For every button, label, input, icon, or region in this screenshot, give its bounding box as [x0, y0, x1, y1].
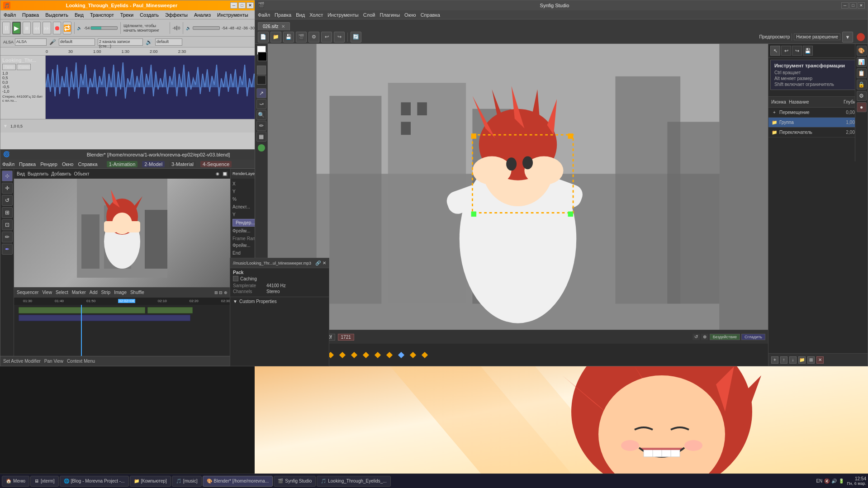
bl-layout-2[interactable]: 2-Model: [142, 161, 165, 167]
layer-del-btn[interactable]: ✕: [816, 356, 824, 364]
layer-item-group[interactable]: 📁 Группа 1,000000: [768, 118, 868, 128]
syn-r1[interactable]: 🎨: [857, 46, 867, 56]
stop-button[interactable]: ■: [23, 22, 31, 34]
menu-analyze[interactable]: Анализ: [193, 12, 212, 18]
blender-3d-viewport[interactable]: [14, 169, 230, 287]
taskbar-xterm[interactable]: 🖥 [xterm]: [30, 476, 59, 487]
syn-zoom[interactable]: 🔍: [256, 110, 266, 120]
menu-file[interactable]: Файл: [2, 12, 17, 18]
volume-slider-2[interactable]: [193, 26, 220, 30]
taskbar-blog[interactable]: 🌐 [Blog - Morevna Project -...: [60, 476, 129, 487]
caching-checkbox[interactable]: [233, 276, 238, 281]
close-button[interactable]: ✕: [247, 2, 254, 9]
seq-add[interactable]: Add: [90, 290, 98, 295]
syn-new[interactable]: 📄: [258, 32, 269, 43]
bl-scale-tool[interactable]: ⊞: [2, 207, 13, 218]
right-redo-tool[interactable]: ↪: [792, 46, 802, 56]
bl-menu-render[interactable]: Рендер: [40, 161, 57, 167]
syn-settings[interactable]: ⚙: [308, 32, 319, 43]
tab-close[interactable]: ✕: [281, 24, 285, 29]
bl-menu-help[interactable]: Справка: [78, 161, 97, 167]
pan-view-label[interactable]: Pan View: [44, 359, 63, 364]
seq-strips[interactable]: [14, 305, 230, 356]
bl-pencil-tool[interactable]: ✒: [2, 244, 13, 255]
layer-up-btn[interactable]: ↑: [780, 356, 787, 364]
volume-slider[interactable]: [90, 26, 118, 30]
syn-r5[interactable]: ⚙: [857, 91, 867, 101]
play-button[interactable]: ▶: [12, 22, 21, 34]
syn-undo[interactable]: ↩: [321, 32, 332, 43]
color-dark[interactable]: [257, 76, 266, 85]
loop-button[interactable]: 🔁: [63, 22, 71, 34]
color-outline[interactable]: [257, 66, 266, 75]
syn-pen[interactable]: ✏: [256, 121, 266, 131]
skip-start-button[interactable]: ⏮: [33, 22, 41, 34]
viewport-menu-add[interactable]: Добавить: [51, 171, 71, 176]
layer-add-btn[interactable]: +: [771, 356, 778, 364]
seq-strip-audio[interactable]: [19, 315, 190, 321]
bl-layout-3[interactable]: 3-Material: [169, 161, 196, 167]
current-frame[interactable]: 1721: [338, 334, 354, 341]
taskbar-computer[interactable]: 📁 [Компьютер]: [130, 476, 171, 487]
syn-save[interactable]: 💾: [283, 32, 294, 43]
syn-transform[interactable]: ↗: [256, 88, 266, 98]
syn-menu-layer[interactable]: Слой: [363, 12, 375, 18]
layer-dup-btn[interactable]: ⊞: [807, 356, 815, 364]
bl-menu-file[interactable]: Файл: [2, 161, 14, 167]
set-modifier-label[interactable]: Set Active Modifier: [3, 359, 41, 364]
synfig-tab-026[interactable]: 026.sifz ✕: [258, 22, 290, 30]
right-cursor-tool[interactable]: ↖: [770, 46, 780, 56]
smooth-label[interactable]: Сгладить: [741, 334, 765, 340]
pack-close-icon[interactable]: ✕: [323, 261, 326, 265]
bl-annotate-tool[interactable]: ✏: [2, 232, 13, 242]
viewport-shade[interactable]: 🔲: [222, 171, 228, 176]
bl-layout-1[interactable]: 1-Animation: [107, 161, 138, 167]
menu-transport[interactable]: Транспорт: [89, 12, 115, 18]
preview-label[interactable]: Предпросмотр: [759, 34, 790, 39]
quality-select[interactable]: Низкое разрешение: [794, 33, 840, 40]
viewport-menu-view[interactable]: Вид: [17, 171, 25, 176]
viewport-menu-select[interactable]: Выделить: [28, 171, 48, 176]
syn-minimize[interactable]: ─: [841, 2, 849, 9]
syn-menu-plugins[interactable]: Плагины: [380, 12, 400, 18]
syn-menu-help[interactable]: Справка: [421, 12, 440, 18]
render-btn[interactable]: ⊕: [701, 334, 708, 340]
bl-rotate-tool[interactable]: ↺: [2, 195, 13, 206]
seq-shuffle[interactable]: Shuffle: [130, 290, 144, 295]
taskbar-music[interactable]: 🎵 [music]: [172, 476, 202, 487]
menu-view[interactable]: Вид: [73, 12, 85, 18]
menu-edit[interactable]: Правка: [21, 12, 40, 18]
synfig-canvas[interactable]: 1,00000р: [268, 44, 768, 330]
syn-quality-menu[interactable]: ▼: [842, 32, 853, 43]
alsa-select[interactable]: ALSA: [15, 38, 47, 46]
pause-button[interactable]: ⏸: [2, 22, 10, 34]
seq-view[interactable]: View: [42, 290, 52, 295]
color-bg[interactable]: [258, 52, 267, 61]
mute-button[interactable]: Тихо: [2, 64, 16, 70]
track-waveform[interactable]: [46, 56, 256, 119]
menu-effects[interactable]: Эффекты: [164, 12, 189, 18]
seq-strip[interactable]: Strip: [101, 290, 111, 295]
syn-close[interactable]: ✕: [858, 2, 865, 9]
syn-menu-canvas[interactable]: Холст: [309, 12, 323, 18]
minimize-button[interactable]: ─: [230, 2, 237, 9]
bl-move-tool[interactable]: ✛: [2, 183, 13, 194]
syn-menu-view[interactable]: Вид: [296, 12, 305, 18]
syn-r2[interactable]: 📊: [857, 57, 867, 67]
syn-r4[interactable]: 🔒: [857, 80, 867, 90]
syn-gradient[interactable]: ▦: [256, 132, 266, 142]
output-select[interactable]: default: [155, 38, 182, 46]
layer-item-move[interactable]: + Перемещение 0,000000: [768, 108, 868, 118]
menu-tracks[interactable]: Треки: [119, 12, 135, 18]
seq-select[interactable]: Select: [56, 290, 68, 295]
seq-marker[interactable]: Marker: [72, 290, 86, 295]
expand-icon[interactable]: ▼: [233, 299, 237, 304]
taskbar-audacity[interactable]: 🎵 Looking_Through_Eyelids_...: [317, 476, 391, 487]
taskbar-menu[interactable]: 🏠 Меню: [2, 476, 29, 487]
context-menu-label[interactable]: Context Menu: [67, 359, 95, 364]
bl-menu-window[interactable]: Окно: [62, 161, 74, 167]
syn-r6[interactable]: ●: [857, 102, 867, 112]
taskbar-synfig[interactable]: 🎬 Synfig Studio: [274, 476, 316, 487]
record-button[interactable]: ⏺: [53, 22, 61, 34]
bl-layout-4[interactable]: 4-Sequence: [200, 161, 232, 167]
